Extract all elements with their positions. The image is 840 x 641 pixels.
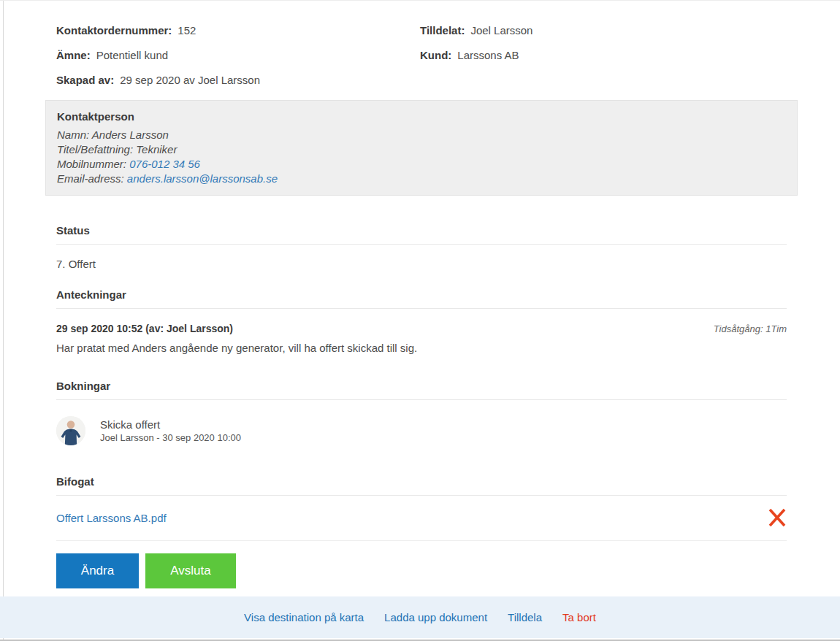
bookings-section-title: Bokningar xyxy=(56,378,787,394)
note-entry: 29 sep 2020 10:52 (av: Joel Larsson) Tid… xyxy=(56,321,787,356)
notes-section-title: Anteckningar xyxy=(56,287,787,302)
created-by-field: Skapad av:29 sep 2020 av Joel Larsson xyxy=(56,72,420,88)
booking-avatar xyxy=(56,416,85,445)
customer-field: Kund:Larssons AB xyxy=(420,47,787,63)
contact-person-role: Titel/Befattning: Tekniker xyxy=(57,142,786,157)
order-number-field: Kontaktordernummer:152 xyxy=(56,23,420,38)
action-buttons: Ändra Avsluta xyxy=(56,553,787,588)
email-label: Email-adress: xyxy=(57,172,127,185)
footer-link-upload-document[interactable]: Ladda upp dokument xyxy=(384,611,487,623)
delete-attachment-icon[interactable] xyxy=(768,507,787,528)
assigned-value: Joel Larsson xyxy=(470,24,532,37)
mobile-link[interactable]: 076-012 34 56 xyxy=(129,158,200,170)
footer-action-bar: Visa destination på karta Ladda upp doku… xyxy=(0,596,840,638)
status-divider xyxy=(56,244,787,245)
edit-button[interactable]: Ändra xyxy=(56,553,139,588)
contact-person-card: Kontaktperson Namn: Anders Larsson Titel… xyxy=(45,100,798,196)
subject-label: Ämne: xyxy=(56,49,91,61)
order-header-fields: Kontaktordernummer:152 Tilldelat:Joel La… xyxy=(56,23,787,88)
contact-person-email: Email-adress: anders.larsson@larssonsab.… xyxy=(57,172,786,186)
email-link[interactable]: anders.larsson@larssonsab.se xyxy=(127,172,278,185)
person-photo-icon xyxy=(56,416,85,445)
customer-label: Kund: xyxy=(420,49,451,61)
booking-subtitle: Joel Larsson - 30 sep 2020 10:00 xyxy=(100,431,241,444)
mobile-label: Mobilnummer: xyxy=(57,158,129,170)
status-value: 7. Offert xyxy=(56,256,787,272)
contact-order-detail: Kontaktordernummer:152 Tilldelat:Joel La… xyxy=(45,0,798,588)
contact-person-mobile: Mobilnummer: 076-012 34 56 xyxy=(57,157,786,172)
notes-divider xyxy=(56,308,787,309)
booking-texts: Skicka offert Joel Larsson - 30 sep 2020… xyxy=(100,418,241,444)
finish-button[interactable]: Avsluta xyxy=(145,553,236,588)
note-timestamp: 29 sep 2020 10:52 (av: Joel Larsson) xyxy=(56,321,233,337)
booking-entry: Skicka offert Joel Larsson - 30 sep 2020… xyxy=(56,416,787,445)
created-by-value: 29 sep 2020 av Joel Larsson xyxy=(120,74,260,86)
contact-person-title: Kontaktperson xyxy=(57,109,786,124)
assigned-field: Tilldelat:Joel Larsson xyxy=(420,23,787,38)
order-number-label: Kontaktordernummer: xyxy=(56,24,172,37)
created-by-label: Skapad av: xyxy=(56,74,114,86)
note-time-spent: Tidsåtgång: 1Tim xyxy=(714,323,787,334)
order-number-value: 152 xyxy=(177,24,196,37)
note-header-row: 29 sep 2020 10:52 (av: Joel Larsson) Tid… xyxy=(56,321,787,337)
contact-person-name: Namn: Anders Larsson xyxy=(57,128,786,142)
note-body: Har pratat med Anders angående ny genera… xyxy=(56,340,787,356)
footer-link-delete[interactable]: Ta bort xyxy=(562,611,596,623)
attachment-file-link[interactable]: Offert Larssons AB.pdf xyxy=(56,512,167,524)
footer-link-assign[interactable]: Tilldela xyxy=(508,611,542,623)
customer-link[interactable]: Larssons AB xyxy=(457,49,519,61)
panel-left-border xyxy=(3,0,4,641)
subject-value: Potentiell kund xyxy=(96,49,168,61)
status-section-title: Status xyxy=(56,223,787,238)
booking-title: Skicka offert xyxy=(100,418,241,431)
attachments-section-title: Bifogat xyxy=(56,474,787,489)
grid-spacer xyxy=(420,72,787,88)
assigned-label: Tilldelat: xyxy=(420,24,465,37)
subject-field: Ämne:Potentiell kund xyxy=(56,47,420,63)
bookings-divider xyxy=(56,399,787,400)
footer-link-show-destination[interactable]: Visa destination på karta xyxy=(244,611,364,623)
attachment-row: Offert Larssons AB.pdf xyxy=(56,496,787,541)
